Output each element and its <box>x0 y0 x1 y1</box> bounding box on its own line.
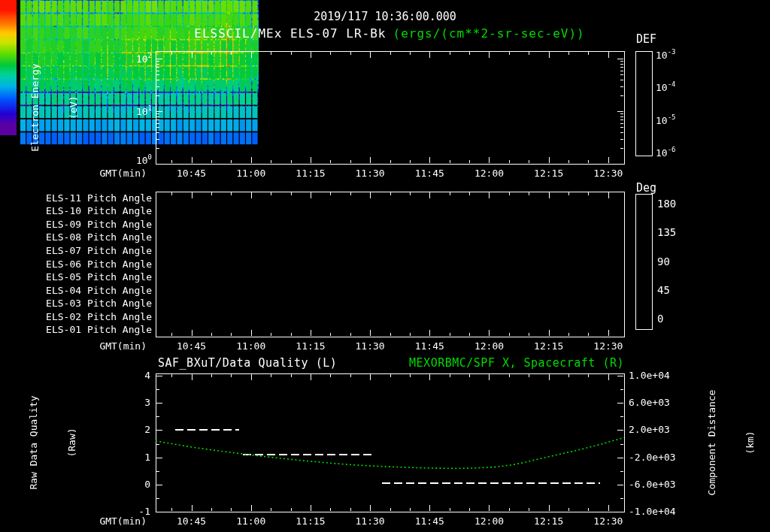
time-tick-label: 11:45 <box>415 516 444 527</box>
distance-axis-title: Component Distance (km) <box>680 390 770 496</box>
deg-colorbar-tick-label: 135 <box>657 226 676 238</box>
pitch-row-label: ELS-08 Pitch Angle <box>46 232 152 243</box>
right-axis-tick-label: 1.0e+04 <box>629 370 670 382</box>
time-tick-label: 12:15 <box>534 168 563 180</box>
pitch-row-label: ELS-06 Pitch Angle <box>46 258 152 270</box>
gmt-axis-label-2: GMT(min) <box>99 341 147 352</box>
plot-screen: 10:4511:0011:1511:3011:4512:0012:1512:30… <box>0 0 770 532</box>
def-colorbar-tick-label: 10-4 <box>656 81 676 94</box>
time-tick-label: 12:00 <box>474 341 504 352</box>
time-tick-label: 11:30 <box>356 168 385 180</box>
axis-title-line: (km) <box>744 390 756 496</box>
axis-title-line: Component Distance <box>705 390 718 496</box>
time-tick-label: 12:15 <box>534 341 563 352</box>
axis-title-line: Electron Energy <box>29 63 41 151</box>
time-tick-label: 11:15 <box>296 516 325 527</box>
quality-series-title: SAF_BXuT/Data Quality (L) <box>158 357 337 370</box>
axis-title-line: (eV) <box>67 63 80 151</box>
gmt-axis-label-3: GMT(min) <box>99 516 147 527</box>
time-tick-label: 12:30 <box>593 516 623 527</box>
time-tick-label: 12:00 <box>474 516 504 527</box>
right-axis-tick-label: -2.0e+03 <box>629 452 676 463</box>
left-axis-tick-label: 2 <box>144 425 150 436</box>
def-colorbar-title: DEF <box>636 33 656 46</box>
time-tick-label: 11:00 <box>236 341 265 352</box>
subtitle-instrument: ELSSCIL/MEx ELS-07 LR-Bk <box>194 26 386 41</box>
deg-colorbar-tick-label: 180 <box>657 198 676 210</box>
right-axis-tick-label: 2.0e+03 <box>629 425 670 436</box>
energy-tick-label: 101 <box>136 104 152 117</box>
quality-axis-title: Raw Data Quality (Raw) <box>2 395 104 489</box>
pitch-row-label: ELS-04 Pitch Angle <box>46 285 152 296</box>
time-tick-label: 11:00 <box>236 168 265 180</box>
deg-colorbar-title: Deg <box>636 182 656 195</box>
right-axis-tick-label: -6.0e+03 <box>629 479 676 490</box>
axis-title-line: Raw Data Quality <box>27 395 40 489</box>
pitch-row-label: ELS-01 Pitch Angle <box>46 325 152 336</box>
right-axis-tick-label: -1.0e+04 <box>629 506 676 518</box>
time-tick-label: 11:45 <box>415 168 444 180</box>
right-axis-tick-label: 6.0e+03 <box>629 397 670 409</box>
pitch-row-label: ELS-10 Pitch Angle <box>46 206 152 217</box>
pitch-row-label: ELS-02 Pitch Angle <box>46 311 152 322</box>
subtitle-units: (ergs/(cm**2-sr-sec-eV)) <box>393 26 585 41</box>
left-axis-tick-label: 1 <box>144 452 150 463</box>
time-tick-label: 12:15 <box>534 516 563 527</box>
deg-colorbar-tick-label: 90 <box>657 255 670 267</box>
time-tick-label: 10:45 <box>177 516 206 527</box>
def-colorbar-tick-label: 10-6 <box>656 146 676 159</box>
plot-title: 2019/117 10:36:00.000 <box>314 11 456 23</box>
left-axis-tick-label: 4 <box>144 370 150 382</box>
time-tick-label: 12:30 <box>593 341 623 352</box>
time-tick-label: 11:00 <box>236 516 265 527</box>
pitch-row-label: ELS-07 Pitch Angle <box>46 245 152 256</box>
time-tick-label: 11:15 <box>296 168 325 180</box>
def-colorbar-tick-label: 10-5 <box>656 113 676 126</box>
time-tick-label: 10:45 <box>177 341 206 352</box>
deg-colorbar-tick-label: 0 <box>657 313 663 325</box>
time-tick-label: 11:30 <box>356 341 385 352</box>
pitch-row-label: ELS-05 Pitch Angle <box>46 272 152 283</box>
plot-subtitle: ELSSCIL/MEx ELS-07 LR-Bk(ergs/(cm**2-sr-… <box>194 26 584 41</box>
deg-colorbar-tick-label: 45 <box>657 284 670 296</box>
time-tick-label: 11:15 <box>296 341 325 352</box>
time-tick-label: 11:30 <box>356 516 385 527</box>
spacecraft-series-title: MEXORBMC/SPF X, Spacecraft (R) <box>409 357 624 370</box>
gmt-axis-label-1: GMT(min) <box>99 168 147 180</box>
pitch-row-label: ELS-03 Pitch Angle <box>46 298 152 310</box>
pitch-row-label: ELS-09 Pitch Angle <box>46 219 152 230</box>
def-colorbar-tick-label: 10-3 <box>656 48 676 61</box>
time-tick-label: 12:00 <box>474 168 504 180</box>
axis-title-line: (Raw) <box>65 395 78 489</box>
time-tick-label: 10:45 <box>177 168 206 180</box>
left-axis-tick-label: 3 <box>144 397 150 409</box>
time-tick-label: 12:30 <box>593 168 623 180</box>
time-tick-label: 11:45 <box>415 341 444 352</box>
energy-tick-label: 102 <box>136 53 152 65</box>
energy-tick-label: 100 <box>136 153 152 166</box>
left-axis-tick-label: 0 <box>144 479 150 490</box>
pitch-row-label: ELS-11 Pitch Angle <box>46 192 152 204</box>
energy-axis-title: Electron Energy (eV) <box>3 63 105 151</box>
